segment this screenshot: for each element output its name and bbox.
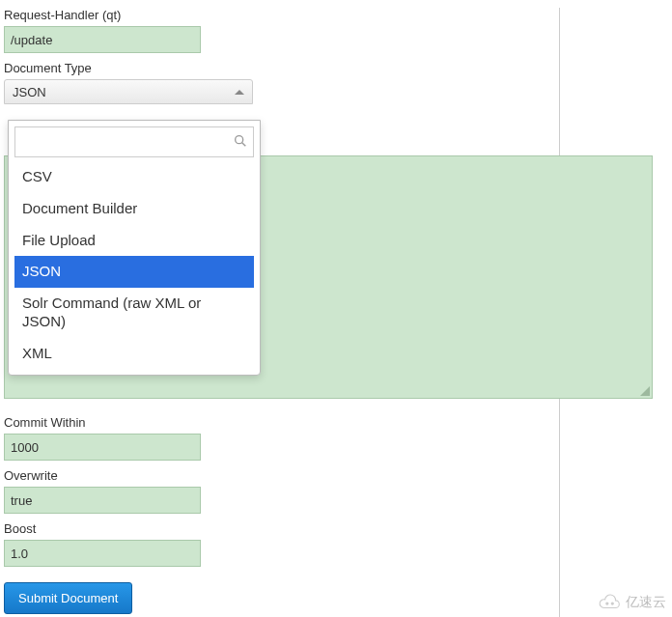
option-csv[interactable]: CSV xyxy=(14,161,254,193)
watermark-text: 亿速云 xyxy=(626,594,666,611)
search-icon xyxy=(233,133,248,149)
boost-group: Boost xyxy=(4,521,545,567)
cloud-icon xyxy=(597,594,622,611)
document-type-dropdown: CSV Document Builder File Upload JSON So… xyxy=(8,120,261,376)
request-handler-label: Request-Handler (qt) xyxy=(4,8,551,22)
option-solr-command[interactable]: Solr Command (raw XML or JSON) xyxy=(14,288,254,338)
svg-point-0 xyxy=(236,136,243,144)
option-file-upload[interactable]: File Upload xyxy=(14,225,254,257)
boost-label: Boost xyxy=(4,521,545,536)
overwrite-group: Overwrite xyxy=(4,468,545,514)
commit-within-label: Commit Within xyxy=(4,415,545,430)
boost-input[interactable] xyxy=(4,540,201,567)
option-json[interactable]: JSON xyxy=(14,256,254,288)
document-type-combobox[interactable]: JSON xyxy=(4,79,253,104)
document-type-label: Document Type xyxy=(4,61,551,75)
commit-within-group: Commit Within xyxy=(4,415,545,461)
overwrite-input[interactable] xyxy=(4,487,201,514)
overwrite-label: Overwrite xyxy=(4,468,545,483)
svg-line-1 xyxy=(242,143,246,147)
request-handler-group: Request-Handler (qt) xyxy=(4,8,551,53)
dropdown-search-input[interactable] xyxy=(14,126,254,157)
option-xml[interactable]: XML xyxy=(14,338,254,370)
submit-document-button[interactable]: Submit Document xyxy=(4,582,132,614)
document-type-selected: JSON xyxy=(13,85,46,99)
svg-point-3 xyxy=(611,603,613,604)
svg-point-2 xyxy=(606,603,608,604)
watermark: 亿速云 xyxy=(597,594,666,611)
dropdown-search-wrap xyxy=(14,126,254,157)
option-document-builder[interactable]: Document Builder xyxy=(14,193,254,225)
lower-fields: Commit Within Overwrite Boost Submit Doc… xyxy=(4,407,545,614)
chevron-up-icon xyxy=(235,90,244,95)
commit-within-input[interactable] xyxy=(4,434,201,461)
request-handler-input[interactable] xyxy=(4,26,201,53)
document-type-group: Document Type JSON xyxy=(4,61,551,104)
